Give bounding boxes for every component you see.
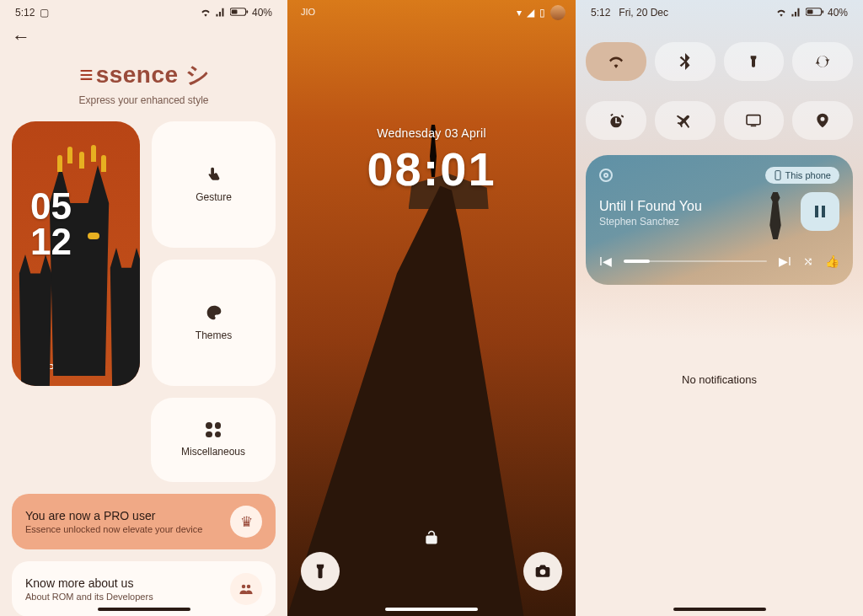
- carrier-label: JIO: [301, 7, 315, 17]
- page-subtitle: Express your enhanced style: [12, 94, 276, 106]
- svg-rect-7: [751, 126, 756, 127]
- qs-autorotate-tile[interactable]: [792, 42, 853, 81]
- lock-date: Wednesday 03 April: [287, 126, 576, 140]
- profile-avatar[interactable]: [550, 5, 566, 20]
- svg-rect-6: [747, 115, 760, 125]
- wifi-icon: [775, 7, 787, 19]
- battery-icon: [806, 7, 824, 19]
- like-button[interactable]: 👍: [825, 254, 839, 268]
- personalize-card[interactable]: 05 12 Personalize: [12, 121, 140, 386]
- wallpaper-art: [15, 254, 56, 386]
- battery-icon: [230, 7, 249, 19]
- nav-home-pill[interactable]: [385, 608, 478, 611]
- qs-airplane-tile[interactable]: [655, 101, 716, 140]
- pro-user-card[interactable]: You are now a PRO user Essence unlocked …: [12, 494, 276, 549]
- themes-label: Themes: [196, 329, 232, 341]
- screenshot-icon: ▢: [40, 7, 49, 19]
- progress-slider[interactable]: [624, 260, 767, 262]
- svg-rect-8: [775, 171, 780, 180]
- nav-home-pill[interactable]: [673, 608, 766, 611]
- status-bar: 5:12 Fri, 20 Dec 40%: [586, 0, 853, 22]
- wifi-icon: ▾: [517, 7, 522, 19]
- previous-button[interactable]: I◀: [599, 254, 612, 268]
- crown-icon: ♛: [230, 506, 262, 538]
- quick-settings-row-1: [586, 42, 853, 81]
- play-pause-button[interactable]: [801, 192, 839, 231]
- page-title: ≡ssence シ: [12, 59, 276, 91]
- flashlight-shortcut[interactable]: [301, 552, 340, 591]
- svg-rect-5: [822, 10, 823, 13]
- shuffle-button[interactable]: ⤭: [803, 254, 813, 268]
- pro-title: You are now a PRO user: [25, 509, 220, 522]
- signal-icon: [215, 7, 227, 19]
- no-notifications-label: No notifications: [682, 373, 757, 386]
- signal-icon: [791, 7, 802, 19]
- empty-state: No notifications: [576, 0, 863, 616]
- status-time: 5:12: [591, 7, 610, 19]
- wifi-icon: [200, 7, 212, 19]
- media-source-icon: [599, 169, 613, 182]
- signal-icon: ◢: [527, 7, 534, 19]
- svg-rect-2: [246, 10, 248, 13]
- status-date: Fri, 20 Dec: [619, 7, 668, 19]
- lock-time: 08:01: [287, 142, 576, 196]
- back-button[interactable]: ←: [12, 26, 30, 48]
- page-header: ≡ssence シ Express your enhanced style: [12, 59, 276, 106]
- themes-icon: [206, 304, 222, 321]
- team-icon: [230, 573, 262, 605]
- qs-location-tile[interactable]: [792, 101, 853, 140]
- battery-percent: 40%: [828, 7, 848, 19]
- grid-icon: [206, 422, 221, 437]
- qs-alarm-tile[interactable]: [586, 101, 646, 140]
- gesture-card[interactable]: Gesture: [152, 121, 276, 248]
- gesture-icon: [206, 166, 222, 183]
- svg-rect-4: [807, 9, 813, 13]
- gesture-label: Gesture: [196, 191, 232, 203]
- svg-rect-10: [822, 206, 825, 217]
- quick-settings-row-2: [586, 101, 853, 140]
- lock-screen: JIO ▾ ◢ ▯ Wednesday 03 April 08:01: [287, 0, 576, 616]
- lock-clock: Wednesday 03 April 08:01: [287, 126, 576, 196]
- next-button[interactable]: ▶I: [779, 254, 791, 268]
- qs-wifi-tile[interactable]: [586, 42, 646, 81]
- camera-shortcut[interactable]: [523, 552, 562, 591]
- qs-bluetooth-tile[interactable]: [655, 42, 716, 81]
- svg-rect-1: [232, 9, 238, 13]
- qs-flashlight-tile[interactable]: [724, 42, 785, 81]
- settings-essence-screen: 5:12 ▢ 40% ← ≡ssence シ Express your enha…: [0, 0, 287, 616]
- battery-icon: ▯: [539, 7, 545, 19]
- media-player-card[interactable]: This phone Until I Found You Stephen San…: [586, 155, 853, 285]
- status-bar: 5:12 ▢ 40%: [12, 0, 276, 22]
- about-title: Know more about us: [25, 576, 220, 590]
- status-bar: ▾ ◢ ▯: [517, 5, 566, 20]
- svg-rect-9: [815, 206, 818, 217]
- pro-subtitle: Essence unlocked now elevate your device: [25, 524, 220, 534]
- status-time: 5:12: [15, 7, 35, 19]
- notification-shade: 5:12 Fri, 20 Dec 40%: [576, 0, 863, 616]
- output-device-chip[interactable]: This phone: [765, 167, 839, 184]
- themes-card[interactable]: Themes: [152, 260, 276, 386]
- about-subtitle: About ROM and its Developers: [25, 592, 220, 602]
- qs-cast-tile[interactable]: [724, 101, 785, 140]
- nav-home-pill[interactable]: [98, 608, 190, 611]
- preview-clock: 05 12: [30, 189, 72, 260]
- essence-logo-icon: ≡: [78, 62, 96, 88]
- unlock-icon[interactable]: [423, 529, 440, 550]
- misc-label: Miscellaneous: [181, 446, 245, 458]
- miscellaneous-card[interactable]: Miscellaneous: [151, 398, 276, 482]
- battery-percent: 40%: [252, 7, 272, 19]
